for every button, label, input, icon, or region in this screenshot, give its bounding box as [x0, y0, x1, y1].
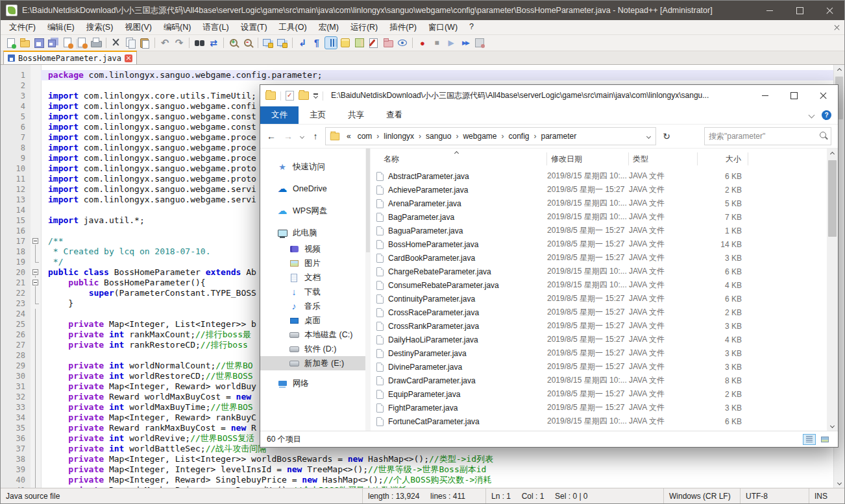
explorer-maximize-button[interactable]: [779, 85, 809, 106]
scroll-down-icon[interactable]: [834, 477, 844, 488]
ribbon-tab-主页[interactable]: 主页: [299, 106, 337, 124]
explorer-minimize-button[interactable]: [750, 85, 779, 106]
menu-item-11[interactable]: 插件(P): [384, 21, 422, 34]
sidebar-item-disk[interactable]: 软件 (D:): [260, 342, 365, 356]
sidebar-item-music[interactable]: 音乐: [260, 299, 365, 313]
file-row[interactable]: AbstractParameter.java2019/8/15 星期四 10:.…: [371, 169, 827, 183]
scroll-up-icon[interactable]: [834, 65, 844, 75]
macro-record-icon[interactable]: [416, 36, 429, 49]
sidebar-item-videos[interactable]: 视频: [260, 242, 365, 256]
menu-item-6[interactable]: 语言(L): [197, 21, 234, 34]
open-icon[interactable]: [18, 36, 31, 49]
file-row[interactable]: ConsumeRebateParameter.java2019/8/15 星期四…: [371, 278, 827, 292]
file-row[interactable]: AchieveParameter.java2019/8/5 星期一 15:27J…: [371, 183, 827, 197]
macro-play-icon[interactable]: [445, 36, 458, 49]
large-icons-view-button[interactable]: [818, 434, 831, 445]
refresh-icon[interactable]: ↻: [659, 128, 674, 144]
back-icon[interactable]: ←: [264, 129, 278, 143]
macro-stop-icon[interactable]: [430, 36, 443, 49]
show-symbol-icon[interactable]: [310, 36, 323, 49]
fold-collapse-icon[interactable]: [32, 238, 38, 244]
menu-item-7[interactable]: 设置(T): [235, 21, 273, 34]
file-row[interactable]: DestinyParameter.java2019/8/5 星期一 15:27J…: [371, 346, 827, 360]
ribbon-tab-文件[interactable]: 文件: [260, 106, 299, 124]
file-row[interactable]: BagParameter.java2019/8/15 星期四 10:...JAV…: [371, 210, 827, 224]
breadcrumb-item-sanguo[interactable]: sanguo: [423, 130, 454, 142]
wrap-icon[interactable]: [296, 36, 309, 49]
breadcrumb-item-linlongyx[interactable]: linlongyx: [381, 130, 417, 142]
column-header-1[interactable]: 名称: [371, 152, 547, 165]
breadcrumb-item-com[interactable]: com: [355, 130, 375, 142]
scroll-down-icon[interactable]: [827, 420, 838, 431]
file-row[interactable]: EquipParameter.java2019/8/5 星期一 15:27JAV…: [371, 387, 827, 401]
column-header-3[interactable]: 类型: [629, 152, 698, 165]
sidebar-item-onedrive[interactable]: OneDrive: [260, 180, 365, 198]
file-row[interactable]: ChargeRebateParameter.java2019/8/15 星期四 …: [371, 265, 827, 278]
new-file-icon[interactable]: [4, 36, 17, 49]
notepadpp-maximize-button[interactable]: [785, 1, 814, 20]
save-icon[interactable]: [32, 36, 45, 49]
menu-item-8[interactable]: 工具(O): [273, 21, 313, 34]
menu-item-12[interactable]: 窗口(W): [422, 21, 463, 34]
print-icon[interactable]: [90, 36, 103, 49]
menu-item-2[interactable]: 编辑(E): [42, 21, 80, 34]
tab-bosshomeparameter[interactable]: BossHomeParameter.java: [3, 51, 137, 64]
menu-item-13[interactable]: ?: [463, 21, 480, 34]
menu-item-4[interactable]: 视图(V): [119, 21, 158, 34]
paste-icon[interactable]: [138, 36, 151, 49]
sidebar-item-disk[interactable]: 本地磁盘 (C:): [260, 328, 365, 342]
file-row[interactable]: DrawCardParameter.java2019/8/15 星期四 10:.…: [371, 374, 827, 387]
forward-icon[interactable]: →: [281, 129, 295, 143]
address-dropdown-icon[interactable]: [646, 134, 651, 138]
sidebar-item-downloads[interactable]: 下载: [260, 285, 365, 299]
sidebar-scrollbar[interactable]: [365, 149, 371, 431]
sidebar-item-disk[interactable]: 新加卷 (E:): [260, 356, 365, 370]
menu-item-9[interactable]: 宏(M): [313, 21, 345, 34]
notepadpp-close-button[interactable]: [814, 1, 844, 20]
fold-collapse-icon[interactable]: [32, 280, 38, 285]
file-row-partial[interactable]: [371, 428, 827, 431]
sidebar-item-wps-cloud[interactable]: WPS网盘: [260, 202, 365, 220]
help-icon[interactable]: ?: [822, 110, 831, 120]
file-row[interactable]: FortuneCatParameter.java2019/8/15 星期四 10…: [371, 414, 827, 428]
sidebar-item-network[interactable]: 网络: [260, 374, 365, 392]
new-folder-icon[interactable]: [299, 91, 309, 100]
file-row[interactable]: CardBookParameter.java2019/8/5 星期一 15:27…: [371, 251, 827, 265]
breadcrumb-item-config[interactable]: config: [506, 130, 532, 142]
replace-icon[interactable]: [207, 36, 220, 49]
file-list-scrollbar[interactable]: [827, 149, 838, 431]
customize-toolbar-icon[interactable]: [313, 93, 318, 97]
file-row[interactable]: FightParameter.java2019/8/5 星期一 15:27JAV…: [371, 401, 827, 414]
menu-item-10[interactable]: 运行(R): [345, 21, 384, 34]
file-row[interactable]: CrossRankParameter.java2019/8/5 星期一 15:2…: [371, 319, 827, 333]
ribbon-tab-共享[interactable]: 共享: [337, 106, 375, 124]
close-icon[interactable]: [61, 36, 74, 49]
sidebar-item-pictures[interactable]: 图片: [260, 256, 365, 270]
breadcrumb-item-parameter[interactable]: parameter: [539, 130, 580, 142]
indent-guide-icon[interactable]: [325, 36, 337, 49]
file-row[interactable]: ArenaParameter.java2019/8/15 星期四 10:...J…: [371, 197, 827, 210]
close-all-icon[interactable]: [75, 36, 88, 49]
tab-close-icon[interactable]: [125, 54, 132, 62]
zoom-in-icon[interactable]: [227, 36, 240, 49]
up-icon[interactable]: ↑: [308, 129, 323, 143]
monitoring-icon[interactable]: [396, 36, 409, 49]
fold-collapse-icon[interactable]: [32, 269, 38, 275]
save-all-icon[interactable]: [47, 36, 60, 49]
redo-icon[interactable]: [173, 36, 186, 49]
doc-map-icon[interactable]: [353, 36, 366, 49]
explorer-close-button[interactable]: [809, 85, 838, 106]
macro-run-icon[interactable]: [459, 36, 472, 49]
ribbon-tab-查看[interactable]: 查看: [375, 106, 413, 124]
menu-item-1[interactable]: 文件(F): [3, 21, 42, 34]
fold-marker[interactable]: [31, 236, 41, 246]
file-row[interactable]: CrossRaceParameter.java2019/8/5 星期一 15:2…: [371, 306, 827, 319]
search-input[interactable]: [705, 132, 816, 141]
folder-workspace-icon[interactable]: [382, 36, 395, 49]
zoom-out-icon[interactable]: [241, 36, 254, 49]
scroll-up-icon[interactable]: [827, 149, 838, 159]
file-list-scrollbar-thumb[interactable]: [828, 160, 837, 237]
menu-item-5[interactable]: 编码(N): [158, 21, 197, 34]
file-row[interactable]: BossHomeParameter.java2019/8/5 星期一 15:27…: [371, 237, 827, 251]
file-row[interactable]: DivineParameter.java2019/8/5 星期一 15:27JA…: [371, 360, 827, 374]
